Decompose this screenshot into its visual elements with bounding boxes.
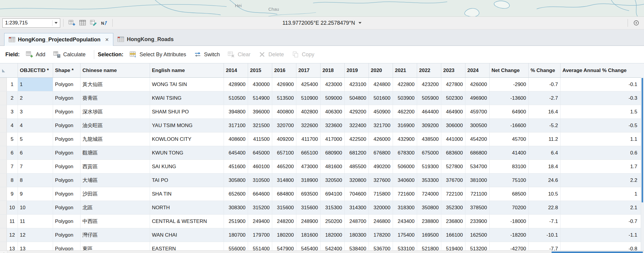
cell-net-change[interactable]: 41400 <box>489 146 528 160</box>
cell-shape[interactable]: Polygon <box>53 78 80 91</box>
cell-percent-change[interactable]: 18.4 <box>528 160 560 174</box>
cell-y2015[interactable]: 310500 <box>248 174 272 187</box>
cell-objectid[interactable]: 10 <box>18 201 53 215</box>
cell-y2021[interactable]: 175400 <box>393 228 417 242</box>
cell-y2014[interactable]: 645400 <box>224 146 248 160</box>
cell-y2020[interactable]: 320000 <box>369 201 393 215</box>
cell-y2021[interactable]: 243400 <box>393 215 417 228</box>
cell-y2017[interactable]: 181600 <box>296 228 320 242</box>
cell-english-name[interactable]: TAI PO <box>150 174 224 187</box>
cell-y2020[interactable]: 715800 <box>369 187 393 201</box>
cell-net-change[interactable]: 83100 <box>489 160 528 174</box>
cell-y2014[interactable]: 305800 <box>224 174 248 187</box>
cell-y2022[interactable]: 438500 <box>417 132 441 146</box>
cell-y2016[interactable]: 465200 <box>272 160 296 174</box>
column-header-y2020[interactable]: 2020 <box>369 63 393 78</box>
cell-chinese-name[interactable]: 北區 <box>80 201 150 215</box>
column-header-shape[interactable]: Shape * <box>53 63 80 78</box>
cell-avg-annual-percent-change[interactable]: 1.5 <box>560 105 644 119</box>
cell-y2016[interactable]: 513500 <box>272 91 296 105</box>
cell-y2014[interactable]: 251900 <box>224 215 248 228</box>
cell-objectid[interactable]: 1 <box>18 78 53 91</box>
cell-percent-change[interactable]: 24.6 <box>528 174 560 187</box>
chevron-down-icon[interactable] <box>55 22 58 24</box>
close-icon[interactable]: ✕ <box>105 37 109 43</box>
cell-chinese-name[interactable]: 黃大仙區 <box>80 78 150 91</box>
cell-y2020[interactable]: 321700 <box>369 119 393 132</box>
cell-objectid[interactable]: 3 <box>18 105 53 119</box>
column-header-y2019[interactable]: 2019 <box>344 63 369 78</box>
cell-objectid[interactable]: 7 <box>18 160 53 174</box>
cell-y2017[interactable]: 322600 <box>296 119 320 132</box>
cell-english-name[interactable]: KWAI TSING <box>150 91 224 105</box>
row-number[interactable]: 2 <box>7 91 18 105</box>
horizontal-scrollbar[interactable]: ‹ <box>0 250 644 253</box>
vertical-scrollbar-thumb[interactable] <box>642 78 643 202</box>
cell-objectid[interactable]: 9 <box>18 187 53 201</box>
copy-button[interactable]: Copy <box>289 49 317 60</box>
switch-selection-button[interactable]: Switch <box>191 49 223 60</box>
cell-y2014[interactable]: 428900 <box>224 78 248 91</box>
tab-hongkong-roads[interactable]: HongKong_Roads <box>113 33 178 46</box>
cell-y2021[interactable]: 318300 <box>393 201 417 215</box>
cell-avg-annual-percent-change[interactable]: -0.5 <box>560 119 644 132</box>
cell-net-change[interactable]: -16600 <box>489 119 528 132</box>
cell-y2024[interactable]: 534700 <box>465 160 489 174</box>
cell-shape[interactable]: Polygon <box>53 105 80 119</box>
column-header-objectid[interactable]: OBJECTID * <box>18 63 53 78</box>
column-header-avg-annual-percent-change[interactable]: Average Annual % Change <box>560 63 644 78</box>
cell-y2015[interactable]: 315200 <box>248 201 272 215</box>
cell-shape[interactable]: Polygon <box>53 160 80 174</box>
cell-y2024[interactable]: 496900 <box>465 91 489 105</box>
cell-english-name[interactable]: SAI KUNG <box>150 160 224 174</box>
cell-net-change[interactable]: 45700 <box>489 132 528 146</box>
delete-selection-button[interactable]: Delete <box>255 49 287 60</box>
cell-chinese-name[interactable]: 觀塘區 <box>80 146 150 160</box>
cell-objectid[interactable]: 12 <box>18 228 53 242</box>
cell-shape[interactable]: Polygon <box>53 174 80 187</box>
cell-y2017[interactable]: 665100 <box>296 146 320 160</box>
cell-y2017[interactable]: 315600 <box>296 201 320 215</box>
cell-english-name[interactable]: SHAM SHUI PO <box>150 105 224 119</box>
open-table-button[interactable] <box>78 18 87 28</box>
cell-chinese-name[interactable]: 葵青區 <box>80 91 150 105</box>
cell-chinese-name[interactable]: 西貢區 <box>80 160 150 174</box>
cell-y2015[interactable]: 645000 <box>248 146 272 160</box>
cell-y2018[interactable]: 423000 <box>320 78 344 91</box>
cell-y2014[interactable]: 652600 <box>224 187 248 201</box>
row-selector[interactable] <box>0 187 7 201</box>
row-number[interactable]: 6 <box>7 146 18 160</box>
row-selector[interactable] <box>0 91 7 105</box>
cell-y2019[interactable]: 248700 <box>344 215 369 228</box>
cell-y2015[interactable]: 514900 <box>248 91 272 105</box>
cell-y2019[interactable]: 504800 <box>344 91 369 105</box>
cell-net-change[interactable]: 64900 <box>489 105 528 119</box>
cell-objectid[interactable]: 4 <box>18 119 53 132</box>
column-header-english-name[interactable]: English name <box>150 63 224 78</box>
row-number[interactable]: 10 <box>7 201 18 215</box>
cell-y2016[interactable]: 314800 <box>272 174 296 187</box>
cell-y2016[interactable]: 657100 <box>272 146 296 160</box>
cell-percent-change[interactable]: 10.5 <box>528 187 560 201</box>
cell-y2024[interactable]: 233900 <box>465 215 489 228</box>
cell-y2016[interactable]: 426900 <box>272 78 296 91</box>
cell-shape[interactable]: Polygon <box>53 201 80 215</box>
cell-y2024[interactable]: 426000 <box>465 78 489 91</box>
cell-y2024[interactable]: 162500 <box>465 228 489 242</box>
cell-y2018[interactable]: 315300 <box>320 201 344 215</box>
cell-y2015[interactable]: 460100 <box>248 160 272 174</box>
cell-objectid[interactable]: 5 <box>18 132 53 146</box>
cell-y2018[interactable]: 406300 <box>320 105 344 119</box>
cell-y2017[interactable]: 693500 <box>296 187 320 201</box>
cell-y2020[interactable]: 426000 <box>369 132 393 146</box>
row-selector[interactable] <box>0 160 7 174</box>
cell-y2014[interactable]: 408600 <box>224 132 248 146</box>
cell-y2024[interactable]: 381000 <box>465 174 489 187</box>
cell-chinese-name[interactable]: 沙田區 <box>80 187 150 201</box>
row-selector[interactable] <box>0 174 7 187</box>
cell-y2020[interactable]: 178200 <box>369 228 393 242</box>
cell-y2023[interactable]: 502300 <box>441 91 465 105</box>
cell-y2022[interactable]: 724000 <box>417 187 441 201</box>
cell-y2024[interactable]: 686800 <box>465 146 489 160</box>
cell-y2018[interactable]: 323600 <box>320 119 344 132</box>
